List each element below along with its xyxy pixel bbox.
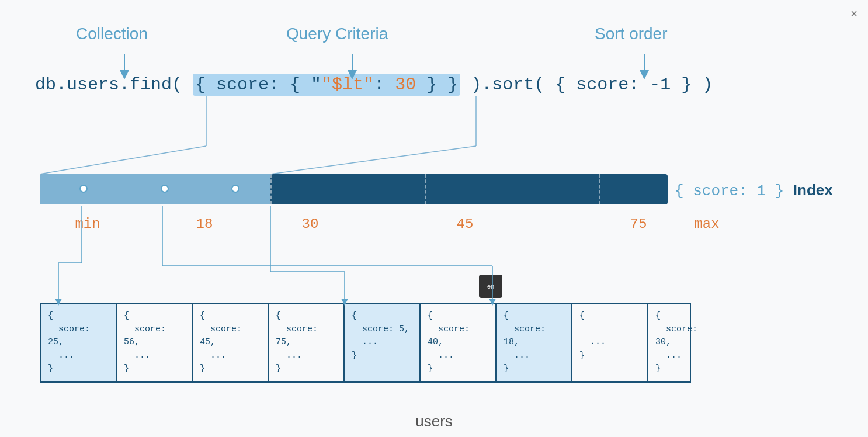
users-label: users	[415, 412, 453, 431]
code-suffix: ).sort( { score: -1 } )	[460, 75, 713, 95]
code-line: db.users.find( { score: { ""$lt": 30 } }…	[35, 75, 713, 95]
index-bar	[40, 174, 668, 204]
system-icon: en	[479, 275, 502, 298]
cell-5: { score: 5, ... }	[345, 304, 421, 381]
tick-18: 18	[196, 216, 213, 232]
svg-line-6	[270, 146, 476, 174]
bar-dot-1	[79, 185, 88, 193]
cell-3: { score: 45, ... }	[193, 304, 269, 381]
index-label: { score: 1 } Index	[675, 181, 833, 200]
cell-7: { score: 18, ... }	[497, 304, 572, 381]
cell-4: { score: 75, ... }	[269, 304, 345, 381]
collection-table: { score: 25, ... } { score: 56, ... } { …	[40, 303, 691, 383]
dash-line-3	[599, 174, 600, 204]
cell-6: { score: 40, ... }	[421, 304, 497, 381]
cell-9: { score: 30, ... }	[648, 304, 724, 381]
tick-max: max	[694, 216, 719, 232]
cell-8: { ... }	[572, 304, 648, 381]
tick-30: 30	[302, 216, 319, 232]
dash-line-2	[425, 174, 426, 204]
tick-75: 75	[630, 216, 647, 232]
cell-1: { score: 25, ... }	[41, 304, 117, 381]
svg-line-4	[40, 146, 206, 174]
close-button[interactable]: ×	[850, 7, 857, 20]
cell-2: { score: 56, ... }	[117, 304, 193, 381]
code-prefix: db.users.find(	[35, 75, 193, 95]
tick-min: min	[75, 216, 100, 232]
code-highlight: { score: { ""$lt": 30 } }	[193, 74, 460, 96]
bar-dot-3	[231, 185, 239, 193]
dash-line-1	[270, 174, 272, 204]
tick-45: 45	[457, 216, 474, 232]
code-number: 30	[395, 75, 416, 95]
bar-dot-2	[161, 185, 169, 193]
sort-order-label: Sort order	[595, 25, 668, 43]
query-criteria-label: Query Criteria	[286, 25, 388, 43]
collection-label: Collection	[76, 25, 148, 43]
